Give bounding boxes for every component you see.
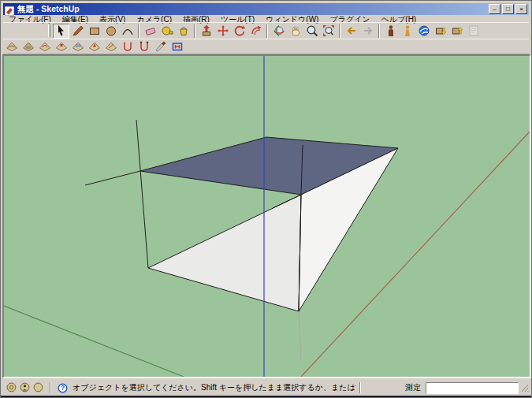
terrain-grid-icon xyxy=(22,40,35,53)
rectangle-tool-button[interactable] xyxy=(86,24,102,39)
terrain-flip-icon xyxy=(105,40,117,53)
terrain-detail-icon xyxy=(88,40,101,53)
toolbar-separator xyxy=(378,24,380,38)
circle-icon xyxy=(105,24,117,37)
credits-icon[interactable] xyxy=(20,382,30,394)
position-camera-tool-button[interactable] xyxy=(382,24,399,39)
loop-icon xyxy=(121,40,134,53)
sandbox-add-detail-button[interactable] xyxy=(86,39,102,54)
toolbar-separator xyxy=(339,24,340,38)
move-icon xyxy=(217,24,229,37)
rectangle-icon xyxy=(88,24,101,37)
tape-measure-icon xyxy=(161,24,173,37)
minimize-button[interactable]: – xyxy=(489,4,500,14)
share-model-button[interactable] xyxy=(448,24,465,39)
loop-tool-2-button[interactable] xyxy=(136,39,152,54)
green-axis xyxy=(4,306,184,377)
knife-tool-button[interactable] xyxy=(152,39,169,54)
offset-tool-button[interactable] xyxy=(247,24,264,39)
geo-location-icon[interactable] xyxy=(6,382,17,394)
walk-figure-icon xyxy=(401,24,414,37)
walk-tool-button[interactable] xyxy=(399,24,415,39)
zoom-tool-button[interactable] xyxy=(303,24,320,39)
toolbar-separator xyxy=(266,24,268,38)
help-icon: ? xyxy=(58,383,68,393)
sandbox-smoove-button[interactable] xyxy=(36,39,53,54)
line-tool-button[interactable] xyxy=(69,24,86,39)
resize-grip[interactable] xyxy=(521,383,529,392)
sandbox-flip-edge-button[interactable] xyxy=(102,39,119,54)
offset-icon xyxy=(250,24,262,37)
sandbox-from-contours-button[interactable] xyxy=(3,39,20,54)
viewport-frame xyxy=(2,54,531,378)
sketchup-window: 無題 - SketchUp –□× ファイル(F)編集(E)表示(V)カメラ(C… xyxy=(0,0,532,398)
measurement-area: 測定 xyxy=(356,382,529,394)
toolbar-separator xyxy=(194,24,195,38)
terrain-contours-icon xyxy=(6,40,18,53)
pan-hand-icon xyxy=(289,24,302,37)
loop-dots-icon xyxy=(138,40,151,53)
import-model-icon xyxy=(434,24,447,37)
globe-icon xyxy=(418,24,430,37)
google-earth-button[interactable] xyxy=(415,24,432,39)
section-plane-icon xyxy=(171,40,184,53)
eraser-tool-button[interactable] xyxy=(142,24,158,39)
magnifier-icon xyxy=(306,24,318,37)
sandbox-stamp-button[interactable] xyxy=(53,39,69,54)
print-button[interactable] xyxy=(465,24,482,39)
eraser-icon xyxy=(144,24,157,37)
terrain-smoove-icon xyxy=(39,40,51,53)
loop-tool-1-button[interactable] xyxy=(119,39,136,54)
box-front-face[interactable] xyxy=(148,195,301,311)
zoom-extents-icon xyxy=(322,24,335,37)
help-icon[interactable]: ? xyxy=(54,383,71,393)
section-plane-tool-button[interactable] xyxy=(169,39,185,54)
window-title: 無題 - SketchUp xyxy=(17,4,80,15)
titlebar: 無題 - SketchUp –□× xyxy=(3,3,529,15)
previous-view-button[interactable] xyxy=(343,24,359,39)
next-view-button[interactable] xyxy=(359,24,376,39)
arc-tool-button[interactable] xyxy=(119,24,136,39)
select-tool-button[interactable] xyxy=(53,24,69,39)
3d-viewport[interactable] xyxy=(4,56,530,377)
forward-arrow-icon xyxy=(362,24,374,37)
pencil-icon xyxy=(72,24,84,37)
credits-icon xyxy=(20,382,30,392)
toolbar-separator xyxy=(138,24,140,38)
push-pull-icon xyxy=(200,24,213,37)
orbit-tool-button[interactable] xyxy=(270,24,287,39)
back-arrow-icon xyxy=(345,24,358,37)
knife-icon xyxy=(154,40,167,53)
select-icon xyxy=(55,24,68,37)
window-controls: –□× xyxy=(489,4,527,14)
close-button[interactable]: × xyxy=(515,4,527,14)
measure-label: 測定 xyxy=(400,382,426,393)
status-separator xyxy=(359,382,361,393)
push-pull-tool-button[interactable] xyxy=(198,24,214,39)
circle-tool-button[interactable] xyxy=(102,24,119,39)
sandbox-from-scratch-button[interactable] xyxy=(20,39,36,54)
export-model-icon xyxy=(451,24,463,37)
measure-input[interactable] xyxy=(426,382,519,394)
zoom-extents-tool-button[interactable] xyxy=(320,24,337,39)
sign-in-icon xyxy=(33,382,43,392)
rotate-tool-button[interactable] xyxy=(231,24,247,39)
pan-tool-button[interactable] xyxy=(287,24,303,39)
toolbar-handle[interactable] xyxy=(48,24,50,37)
geo-location-icon xyxy=(6,382,17,392)
sandbox-drape-button[interactable] xyxy=(69,39,86,54)
toolbar-main xyxy=(3,22,529,39)
sign-in-icon[interactable] xyxy=(33,382,43,394)
rotate-icon xyxy=(233,24,246,37)
tape-measure-tool-button[interactable] xyxy=(158,24,175,39)
paint-bucket-tool-button[interactable] xyxy=(175,24,192,39)
paint-bucket-icon xyxy=(177,24,190,37)
move-tool-button[interactable] xyxy=(214,24,231,39)
terrain-drape-icon xyxy=(72,40,84,53)
get-models-button[interactable] xyxy=(432,24,448,39)
status-message: オブジェクトを選択してください。Shift キーを押したまま選択するか、またはマ… xyxy=(73,382,356,393)
camera-figure-icon xyxy=(385,24,397,37)
edge-below-ground xyxy=(299,311,301,361)
maximize-button[interactable]: □ xyxy=(502,4,514,14)
svg-text:?: ? xyxy=(61,384,65,392)
